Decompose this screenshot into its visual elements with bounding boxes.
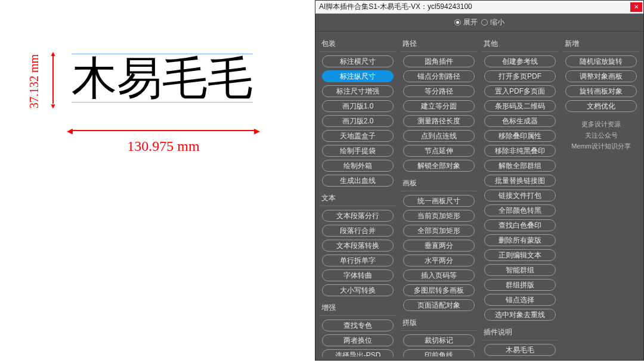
- plugin-button[interactable]: 页面适配对象: [403, 299, 475, 311]
- plugin-button[interactable]: 印前角线: [403, 349, 475, 356]
- plugin-button[interactable]: 插入页码等: [403, 269, 475, 281]
- horizontal-dimension-line: [72, 130, 255, 131]
- plugin-button[interactable]: 绘制外箱: [322, 160, 394, 172]
- plugin-button[interactable]: 圆角插件: [403, 55, 475, 67]
- info-line: 更多设计资源: [564, 119, 639, 130]
- panel-column: 路径圆角插件锚点分割路径等分路径建立等分圆测量路径长度点到点连线节点延伸解锁全部…: [400, 35, 479, 356]
- panel-column: 新增随机缩放旋转调整对象画板旋转画板对象文档优化更多设计资源关注公众号Memm设…: [562, 35, 641, 356]
- plugin-button[interactable]: 文档优化: [565, 100, 637, 112]
- titlebar: AI脚本插件合集S1-木易毛毛-VX：ycl594243100 ✕: [315, 1, 643, 14]
- plugin-button[interactable]: 画刀版1.0: [322, 100, 394, 112]
- plugin-button[interactable]: 置入PDF多页面: [484, 85, 556, 97]
- plugin-button[interactable]: 大小写转换: [322, 284, 394, 296]
- info-line: 关注公众号: [564, 130, 639, 141]
- plugin-button[interactable]: 锚点选择: [484, 294, 556, 306]
- plugin-button[interactable]: 两者换位: [322, 334, 394, 346]
- plugin-button[interactable]: 测量路径长度: [403, 115, 475, 127]
- plugin-button[interactable]: 随机缩放旋转: [565, 55, 637, 67]
- view-mode-switch: 展开 缩小: [315, 14, 643, 32]
- plugin-button[interactable]: 选中对象去重线: [484, 309, 556, 321]
- plugin-button[interactable]: 色标生成器: [484, 115, 556, 127]
- viewmode-shrink[interactable]: 缩小: [481, 17, 504, 27]
- plugin-button[interactable]: 全部颜色转黑: [484, 204, 556, 216]
- group-title: 包装: [319, 35, 397, 52]
- group-title: 插件说明: [481, 324, 559, 340]
- plugin-button[interactable]: 等分路径: [403, 85, 475, 97]
- info-line: Memm设计知识分享: [564, 141, 639, 152]
- plugin-button[interactable]: 统一画板尺寸: [403, 195, 475, 207]
- info-block: 更多设计资源关注公众号Memm设计知识分享: [562, 115, 640, 156]
- viewmode-expand-label: 展开: [463, 17, 478, 27]
- plugin-button[interactable]: 点到点连线: [403, 130, 475, 142]
- plugin-button[interactable]: 字体转曲: [322, 269, 394, 281]
- plugin-button[interactable]: 正则编辑文本: [484, 249, 556, 261]
- panel-title: AI脚本插件合集S1-木易毛毛-VX：ycl594243100: [315, 2, 630, 12]
- plugin-button[interactable]: 木易毛毛: [484, 344, 556, 356]
- group-title: 拼版: [400, 314, 478, 331]
- plugin-button[interactable]: 全部页加矩形: [403, 225, 475, 237]
- plugin-button[interactable]: 打开多页PDF: [484, 70, 556, 82]
- plugin-button[interactable]: 锚点分割路径: [403, 70, 475, 82]
- plugin-button[interactable]: 删除所有蒙版: [484, 234, 556, 246]
- plugin-button[interactable]: 生成出血线: [322, 175, 394, 187]
- group-title: 增强: [319, 299, 397, 316]
- artwork-text[interactable]: 木易毛毛: [72, 54, 253, 103]
- group-title: 路径: [400, 35, 478, 52]
- plugin-button[interactable]: 条形码及二维码: [484, 100, 556, 112]
- viewmode-shrink-label: 缩小: [490, 17, 504, 27]
- group-title: 新增: [562, 35, 640, 52]
- plugin-button[interactable]: 标注尺寸增强: [322, 85, 394, 97]
- plugin-button[interactable]: 移除叠印属性: [484, 130, 556, 142]
- arrowhead-right-icon: ▶: [254, 126, 260, 135]
- plugin-button[interactable]: 天地盖盒子: [322, 130, 394, 142]
- plugin-button[interactable]: 解锁全部对象: [403, 160, 475, 172]
- close-icon: ✕: [634, 4, 639, 10]
- radio-on-icon: [454, 19, 461, 26]
- plugin-button[interactable]: 群组拼版: [484, 279, 556, 291]
- panel-column: 其他创建参考线打开多页PDF置入PDF多页面条形码及二维码色标生成器移除叠印属性…: [481, 35, 560, 356]
- plugin-button[interactable]: 单行拆单字: [322, 255, 394, 266]
- plugin-button[interactable]: 多图层转多画板: [403, 284, 475, 296]
- plugin-button[interactable]: 标注横尺寸: [322, 55, 394, 67]
- horizontal-dimension-label: 130.975 mm: [72, 138, 255, 154]
- plugin-button[interactable]: 画刀版2.0: [322, 115, 394, 127]
- viewmode-expand[interactable]: 展开: [454, 17, 478, 27]
- plugin-button[interactable]: 旋转画板对象: [565, 85, 637, 97]
- plugin-button[interactable]: 节点延伸: [403, 145, 475, 157]
- canvas-area: 木易毛毛 ▲ ▼ 37.132 mm ◀ ▶ 130.975 mm: [0, 0, 322, 363]
- close-button[interactable]: ✕: [630, 2, 642, 12]
- plugin-button[interactable]: 文本段落分行: [322, 210, 394, 222]
- plugin-button[interactable]: 链接文件打包: [484, 190, 556, 201]
- plugin-button[interactable]: 解散全部群组: [484, 160, 556, 172]
- plugin-button[interactable]: 建立等分圆: [403, 100, 475, 112]
- plugin-button[interactable]: 标注纵尺寸: [322, 70, 394, 82]
- plugin-button[interactable]: 垂直两分: [403, 240, 475, 252]
- plugin-button[interactable]: 段落行合并: [322, 225, 394, 237]
- plugin-button[interactable]: 查找白色叠印: [484, 219, 556, 231]
- plugin-button[interactable]: 查找专色: [322, 319, 394, 331]
- plugin-button[interactable]: 文本段落转换: [322, 240, 394, 252]
- plugin-button[interactable]: 裁切标记: [403, 334, 475, 346]
- plugin-button[interactable]: 创建参考线: [484, 55, 556, 67]
- arrowhead-down-icon: ▼: [49, 102, 57, 110]
- plugin-button[interactable]: 移除非纯黑叠印: [484, 145, 556, 157]
- plugin-button[interactable]: 绘制手提袋: [322, 145, 394, 157]
- plugin-button[interactable]: 智能群组: [484, 264, 556, 276]
- group-title: 画板: [400, 175, 478, 191]
- panel-columns: 包装标注横尺寸标注纵尺寸标注尺寸增强画刀版1.0画刀版2.0天地盖盒子绘制手提袋…: [315, 32, 643, 360]
- vertical-dimension-line: [52, 55, 54, 104]
- group-title: 其他: [481, 35, 559, 52]
- radio-off-icon: [481, 19, 488, 26]
- plugin-panel: AI脚本插件合集S1-木易毛毛-VX：ycl594243100 ✕ 展开 缩小 …: [315, 0, 644, 361]
- panel-column: 包装标注横尺寸标注纵尺寸标注尺寸增强画刀版1.0画刀版2.0天地盖盒子绘制手提袋…: [319, 35, 398, 356]
- plugin-button[interactable]: 调整对象画板: [565, 70, 637, 82]
- vertical-dimension-label: 37.132 mm: [27, 54, 41, 108]
- plugin-button[interactable]: 当前页加矩形: [403, 210, 475, 222]
- plugin-button[interactable]: 选择导出-PSD: [322, 349, 394, 356]
- group-title: 文本: [319, 190, 397, 206]
- plugin-button[interactable]: 批量替换链接图: [484, 175, 556, 187]
- plugin-button[interactable]: 水平两分: [403, 255, 475, 266]
